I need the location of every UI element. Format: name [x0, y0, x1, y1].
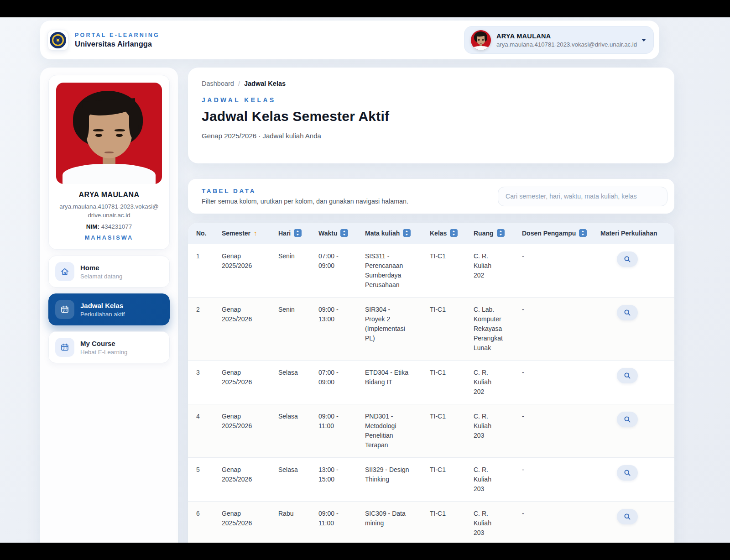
calendar-icon: [55, 300, 74, 319]
magnifier-icon: [624, 416, 631, 423]
table-header: No.Semester↑HariWaktuMata kuliahKelasRua…: [188, 223, 674, 244]
cell-dosen: -: [515, 457, 593, 501]
cell-hari: Selasa: [271, 404, 311, 457]
sort-up-down-icon[interactable]: [579, 229, 587, 237]
magnifier-icon: [624, 469, 631, 476]
sidebar: ARYA MAULANA arya.maulana.410781-2023.vo…: [40, 68, 178, 543]
cell-no: 4: [188, 404, 214, 457]
column-header-waktu[interactable]: Waktu: [311, 223, 358, 244]
cell-hari: Senin: [271, 244, 311, 297]
profile-photo: [56, 83, 162, 184]
sidebar-item-label: Home: [80, 264, 122, 272]
column-header-kelas[interactable]: Kelas: [422, 223, 466, 244]
column-label: No.: [196, 230, 207, 237]
schedule-table: No.Semester↑HariWaktuMata kuliahKelasRua…: [188, 223, 674, 543]
table-row: 4Genap 2025/2026Selasa09:00 - 11:00PND30…: [188, 404, 674, 457]
cell-ruang: C. R. Kuliah 203: [466, 404, 515, 457]
sidebar-item-label: My Course: [80, 340, 127, 347]
sort-up-down-icon[interactable]: [294, 229, 302, 237]
cell-ruang: C. R. Kuliah 202: [466, 244, 515, 297]
breadcrumb-separator: /: [238, 80, 240, 87]
cell-dosen: -: [515, 360, 593, 404]
table-section-description: Filter semua kolom, urutkan per kolom, d…: [202, 198, 408, 205]
user-name: ARYA MAULANA: [496, 32, 637, 40]
cell-mata_kuliah: SIR304 - Proyek 2 (Implementasi PL): [358, 297, 422, 360]
calendar-icon: [55, 338, 74, 357]
user-meta: ARYA MAULANA arya.maulana.410781-2023.vo…: [496, 32, 637, 48]
sidebar-item-my-course[interactable]: My Course Hebat E-Learning: [48, 331, 170, 363]
cell-kelas: TI-C1: [422, 297, 466, 360]
cell-semester: Genap 2025/2026: [214, 244, 271, 297]
column-label: Semester: [222, 230, 250, 237]
sidebar-item-jadwal-kelas[interactable]: Jadwal Kelas Perkuliahan aktif: [48, 293, 170, 325]
magnifier-icon: [624, 372, 631, 379]
cell-materi: [593, 297, 674, 360]
sort-up-down-icon[interactable]: [403, 229, 411, 237]
view-materi-button[interactable]: [617, 465, 638, 481]
column-label: Hari: [278, 230, 291, 237]
cell-kelas: TI-C1: [422, 404, 466, 457]
search-input[interactable]: [498, 187, 667, 206]
cell-kelas: TI-C1: [422, 360, 466, 404]
profile-card: ARYA MAULANA arya.maulana.410781-2023.vo…: [48, 75, 170, 250]
home-icon: [55, 262, 74, 281]
column-header-no: No.: [188, 223, 214, 244]
column-label: Dosen Pengampu: [522, 230, 576, 237]
view-materi-button[interactable]: [617, 305, 638, 320]
university-logo: [47, 30, 68, 51]
view-materi-button[interactable]: [617, 509, 638, 524]
column-label: Kelas: [430, 230, 447, 237]
sort-up-down-icon[interactable]: [497, 229, 505, 237]
cell-ruang: C. R. Kuliah 203: [466, 501, 515, 543]
cell-no: 2: [188, 297, 214, 360]
page-title-card: Dashboard / Jadwal Kelas JADWAL KELAS Ja…: [188, 68, 674, 163]
magnifier-icon: [624, 513, 631, 520]
breadcrumb-dashboard[interactable]: Dashboard: [202, 80, 234, 87]
cell-materi: [593, 244, 674, 297]
page-subtitle: Genap 2025/2026 · Jadwal kuliah Anda: [202, 132, 661, 140]
cell-mata_kuliah: SIS311 - Perencanaan Sumberdaya Perusaha…: [358, 244, 422, 297]
sidebar-item-subtitle: Selamat datang: [80, 273, 122, 280]
column-header-dosen[interactable]: Dosen Pengampu: [515, 223, 593, 244]
column-label: Materi Perkuliahan: [600, 230, 657, 237]
sort-up-down-icon[interactable]: [340, 229, 348, 237]
brand-eyebrow: PORTAL E-LEARNING: [75, 32, 160, 38]
view-materi-button[interactable]: [617, 412, 638, 427]
cell-materi: [593, 404, 674, 457]
page-title: Jadwal Kelas Semester Aktif: [202, 109, 661, 124]
column-header-hari[interactable]: Hari: [271, 223, 311, 244]
unair-emblem-icon: [50, 32, 66, 48]
cell-waktu: 13:00 - 15:00: [311, 457, 358, 501]
top-header-bar: PORTAL E-LEARNING Universitas Airlangga …: [40, 21, 659, 59]
magnifier-icon: [624, 309, 631, 316]
cell-kelas: TI-C1: [422, 457, 466, 501]
view-materi-button[interactable]: [617, 368, 638, 383]
cell-mata_kuliah: SIC309 - Data mining: [358, 501, 422, 543]
sidebar-item-home[interactable]: Home Selamat datang: [48, 256, 170, 288]
column-label: Ruang: [474, 230, 494, 237]
sort-ascending-arrow-icon: ↑: [254, 230, 257, 236]
profile-name: ARYA MAULANA: [56, 191, 162, 199]
brand-block: PORTAL E-LEARNING Universitas Airlangga: [75, 32, 160, 48]
column-header-mata_kuliah[interactable]: Mata kuliah: [358, 223, 422, 244]
column-header-semester[interactable]: Semester↑: [214, 223, 271, 244]
cell-kelas: TI-C1: [422, 244, 466, 297]
sort-up-down-icon[interactable]: [450, 229, 458, 237]
cell-mata_kuliah: SII329 - Design Thinking: [358, 457, 422, 501]
cell-mata_kuliah: PND301 - Metodologi Penelitian Terapan: [358, 404, 422, 457]
user-account-menu[interactable]: ARYA MAULANA arya.maulana.410781-2023.vo…: [464, 26, 654, 54]
column-header-ruang[interactable]: Ruang: [466, 223, 515, 244]
table-body: 1Genap 2025/2026Senin07:00 - 09:00SIS311…: [188, 244, 674, 543]
cell-hari: Rabu: [271, 501, 311, 543]
cell-no: 5: [188, 457, 214, 501]
cell-waktu: 09:00 - 11:00: [311, 404, 358, 457]
table-row: 3Genap 2025/2026Selasa07:00 - 09:00ETD30…: [188, 360, 674, 404]
view-materi-button[interactable]: [617, 251, 638, 267]
cell-semester: Genap 2025/2026: [214, 297, 271, 360]
cell-mata_kuliah: ETD304 - Etika Bidang IT: [358, 360, 422, 404]
profile-nim: NIM: 434231077: [56, 223, 162, 230]
cell-no: 6: [188, 501, 214, 543]
cell-materi: [593, 457, 674, 501]
schedule-table-card: No.Semester↑HariWaktuMata kuliahKelasRua…: [188, 223, 674, 543]
cell-hari: Selasa: [271, 360, 311, 404]
